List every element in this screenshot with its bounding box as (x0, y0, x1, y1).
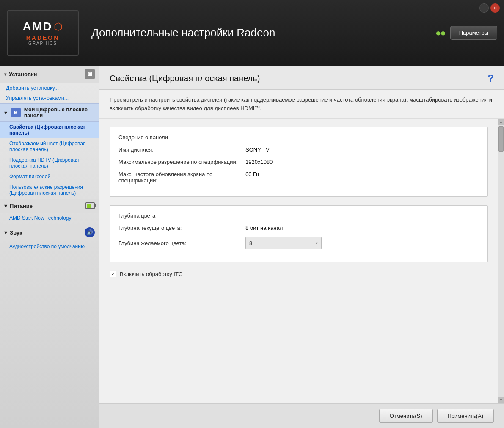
sidebar-subsection-displays[interactable]: ▾ 🖥 Мои цифровые плоские панели (0, 103, 99, 122)
monitor-icon: 🖥 (11, 108, 21, 117)
display-name-value: SONY TV (245, 146, 270, 153)
window-controls: − ✕ (479, 3, 500, 13)
close-button[interactable]: ✕ (490, 3, 500, 13)
sidebar-displays-label: Мои цифровые плоские панели (24, 107, 95, 119)
content-body: Сведения о панели Имя дисплея: SONY TV М… (99, 119, 498, 403)
display-name-label: Имя дисплея: (118, 146, 245, 153)
app-title: Дополнительные настройки Radeon (91, 26, 435, 39)
sidebar-installs-label: Установки (9, 71, 37, 77)
itc-checkbox-row[interactable]: ✓ Включить обработку ITC (110, 269, 488, 279)
scroll-up-arrow[interactable]: ▲ (498, 119, 504, 125)
header-right: ●● Параметры (435, 26, 497, 40)
sidebar-sound-label: Звук (10, 229, 22, 236)
max-refresh-row: Макс. частота обновления экрана по специ… (118, 171, 479, 184)
minimize-button[interactable]: − (479, 3, 489, 13)
sidebar-section-sound[interactable]: ▾ Звук 🔊 (0, 224, 99, 241)
sidebar-item-audio-device[interactable]: Аудиоустройство по умолчанию (0, 241, 99, 252)
max-resolution-value: 1920x1080 (245, 159, 273, 165)
checkmark-icon: ✓ (111, 271, 115, 277)
desired-depth-row: Глубина желаемого цвета: 8 ▾ (118, 237, 479, 249)
sidebar-item-manage-installs[interactable]: Управлять установками... (0, 93, 99, 103)
max-refresh-value: 60 Гц (245, 171, 259, 177)
scroll-track (498, 125, 504, 397)
content-area: Свойства (Цифровая плоская панель) ? Про… (99, 66, 504, 428)
color-depth-section: Глубина цвета Глубина текущего цвета: 8 … (110, 205, 488, 262)
help-icon[interactable]: ? (487, 72, 494, 84)
sidebar-item-add-install[interactable]: Добавить установку... (0, 83, 99, 93)
itc-checkbox-label[interactable]: Включить обработку ITC (120, 271, 182, 277)
desired-depth-select[interactable]: 8 ▾ (245, 237, 322, 249)
cancel-button[interactable]: Отменить(S) (379, 409, 433, 423)
current-depth-label: Глубина текущего цвета: (118, 225, 245, 231)
chevron-down-icon-sound: ▾ (4, 229, 7, 236)
scroll-down-arrow[interactable]: ▼ (498, 397, 504, 403)
itc-checkbox[interactable]: ✓ (110, 271, 116, 277)
chevron-down-icon-displays: ▾ (4, 110, 7, 116)
desired-depth-label: Глубина желаемого цвета: (118, 240, 245, 246)
max-resolution-row: Максимальное разрешение по спецификации:… (118, 159, 479, 165)
apply-button[interactable]: Применить(A) (437, 409, 494, 423)
select-value: 8 (249, 240, 252, 246)
title-bar: − ✕ AMD ⬡ RADEON GRAPHICS Дополнительные… (0, 0, 504, 66)
sidebar-item-hdtv[interactable]: Поддержка HDTV (Цифровая плоская панель) (0, 155, 99, 171)
bottom-bar: Отменить(S) Применить(A) (99, 403, 504, 428)
amd-logo: AMD ⬡ RADEON GRAPHICS (7, 10, 79, 56)
sidebar-item-display-color[interactable]: Отображаемый цвет (Цифровая плоская пане… (0, 138, 99, 155)
color-depth-title: Глубина цвета (118, 213, 479, 219)
sidebar-power-label: Питание (10, 203, 33, 209)
sidebar-section-installs[interactable]: ▾ Установки 🖼 (0, 66, 99, 83)
max-resolution-label: Максимальное разрешение по спецификации: (118, 159, 245, 165)
content-header: Свойства (Цифровая плоская панель) ? (99, 66, 504, 90)
chevron-down-icon: ▾ (316, 241, 318, 246)
chevron-down-icon-power: ▾ (4, 203, 7, 209)
panel-info-section: Сведения о панели Имя дисплея: SONY TV М… (110, 127, 488, 197)
chevron-down-icon: ▾ (4, 72, 6, 77)
sidebar-item-amd-start-now[interactable]: AMD Start Now Technology (0, 213, 99, 224)
page-title: Свойства (Цифровая плоская панель) (110, 74, 260, 83)
sidebar-item-pixel-format[interactable]: Формат пикселей (0, 171, 99, 182)
graphics-text: GRAPHICS (28, 41, 57, 46)
radeon-text: RADEON (26, 34, 60, 41)
display-name-row: Имя дисплея: SONY TV (118, 146, 479, 153)
page-description: Просмотреть и настроить свойства дисплея… (99, 90, 504, 119)
scroll-thumb[interactable] (498, 126, 504, 152)
current-depth-value: 8 бит на канал (245, 225, 283, 231)
max-refresh-label: Макс. частота обновления экрана по специ… (118, 171, 245, 184)
sidebar: ▾ Установки 🖼 Добавить установку... Упра… (0, 66, 99, 428)
sound-icon: 🔊 (85, 227, 95, 237)
panel-info-title: Сведения о панели (118, 134, 479, 141)
current-depth-row: Глубина текущего цвета: 8 бит на канал (118, 225, 479, 231)
sidebar-item-custom-resolutions[interactable]: Пользовательские разрешения (Цифровая пл… (0, 182, 99, 199)
sidebar-section-power[interactable]: ▾ Питание (0, 199, 99, 213)
amd-arrow-icon: ⬡ (54, 21, 63, 33)
battery-icon (85, 202, 95, 209)
right-scrollbar[interactable]: ▲ ▼ (498, 119, 504, 403)
connection-icon: ●● (435, 28, 445, 39)
amd-text: AMD (23, 20, 52, 33)
params-button[interactable]: Параметры (450, 26, 497, 40)
installs-icon: 🖼 (85, 69, 95, 79)
main-layout: ▾ Установки 🖼 Добавить установку... Упра… (0, 66, 504, 428)
sidebar-item-properties[interactable]: Свойства (Цифровая плоская панель) (0, 122, 99, 138)
